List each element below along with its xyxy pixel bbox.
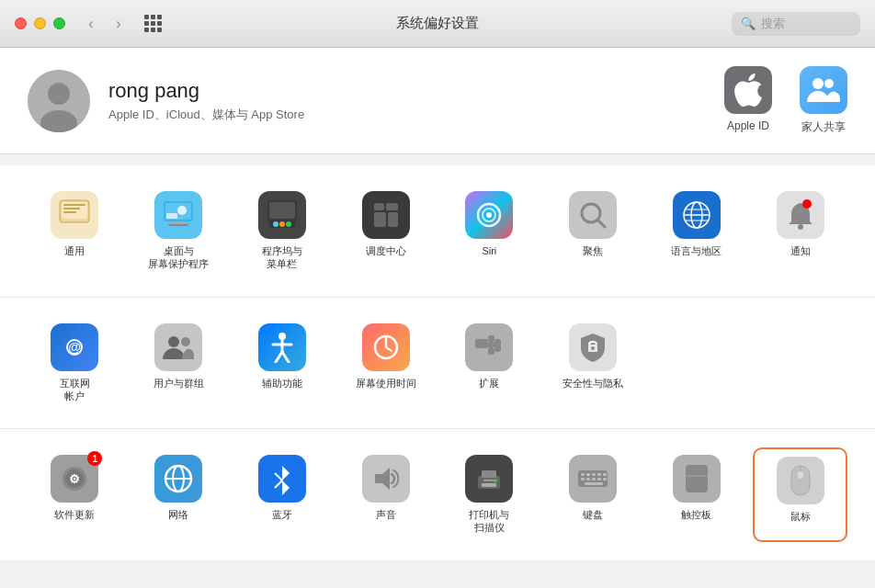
family-icon	[800, 66, 847, 114]
mission-control-label: 调度中心	[366, 244, 406, 257]
pref-internet[interactable]: @ 互联网帐户	[28, 316, 122, 411]
search-box[interactable]: 🔍 搜索	[732, 12, 860, 36]
desktop-icon	[154, 191, 202, 239]
screentime-icon	[362, 323, 410, 371]
pref-siri[interactable]: Siri	[442, 184, 537, 278]
software-update-wrapper: ⚙ 1	[51, 455, 98, 503]
svg-text:@: @	[69, 340, 82, 355]
sound-icon	[362, 455, 410, 503]
pref-network[interactable]: 网络	[131, 447, 226, 542]
home-grid-button[interactable]	[144, 15, 162, 32]
pref-screentime[interactable]: 屏幕使用时间	[338, 316, 433, 411]
svg-rect-26	[388, 212, 398, 227]
dock-label: 程序坞与菜单栏	[262, 244, 302, 271]
main-content: rong pang Apple ID、iCloud、媒体与 App Store …	[0, 48, 875, 588]
svg-point-20	[279, 221, 285, 227]
row1-section: 通用 桌面与屏幕保护程序	[0, 165, 875, 297]
svg-point-19	[273, 221, 278, 227]
pref-software-update[interactable]: ⚙ 1 软件更新	[28, 447, 122, 542]
pref-desktop[interactable]: 桌面与屏幕保护程序	[131, 184, 226, 278]
svg-rect-79	[603, 473, 607, 476]
extensions-icon	[465, 323, 513, 371]
window-title: 系统偏好设置	[396, 15, 479, 32]
pref-security[interactable]: 安全性与隐私	[546, 316, 641, 411]
forward-button[interactable]: ›	[108, 13, 130, 35]
search-placeholder: 搜索	[761, 16, 785, 32]
siri-label: Siri	[482, 244, 496, 257]
siri-icon	[465, 191, 513, 239]
svg-line-67	[275, 481, 282, 488]
pref-extensions[interactable]: 扩展	[442, 316, 537, 411]
family-sharing-button[interactable]: 家人共享	[800, 66, 847, 135]
row3-grid: ⚙ 1 软件更新 网络	[28, 447, 847, 542]
maximize-button[interactable]	[53, 17, 65, 29]
desktop-label: 桌面与屏幕保护程序	[148, 244, 209, 271]
svg-point-59	[591, 346, 595, 350]
user-description: Apple ID、iCloud、媒体与 App Store	[108, 107, 304, 123]
bluetooth-label: 蓝牙	[272, 508, 292, 521]
svg-rect-80	[581, 478, 585, 481]
svg-rect-56	[488, 348, 494, 355]
svg-rect-57	[494, 339, 501, 352]
svg-rect-83	[597, 478, 601, 481]
security-label: 安全性与隐私	[562, 377, 623, 390]
network-icon	[154, 455, 202, 503]
pref-accessibility[interactable]: 辅助功能	[235, 316, 330, 411]
trackpad-label: 触控板	[681, 508, 711, 521]
svg-rect-9	[63, 211, 76, 213]
pref-general[interactable]: 通用	[28, 184, 122, 278]
security-icon	[569, 323, 617, 371]
svg-rect-76	[586, 473, 590, 476]
accessibility-label: 辅助功能	[262, 377, 302, 390]
pref-keyboard[interactable]: 键盘	[546, 447, 641, 542]
pref-dock[interactable]: 程序坞与菜单栏	[235, 184, 330, 278]
pref-trackpad[interactable]: 触控板	[650, 447, 744, 542]
svg-line-52	[386, 347, 392, 351]
back-button[interactable]: ‹	[80, 13, 102, 35]
svg-rect-54	[488, 335, 494, 342]
apple-id-icon	[724, 66, 772, 114]
pref-focus[interactable]: 聚焦	[546, 184, 641, 278]
svg-rect-53	[475, 339, 488, 348]
user-info: rong pang Apple ID、iCloud、媒体与 App Store	[108, 79, 304, 123]
apple-id-label: Apple ID	[727, 119, 769, 132]
svg-rect-72	[483, 480, 494, 481]
notification-icon	[777, 191, 824, 239]
svg-rect-84	[603, 478, 607, 481]
pref-notifications[interactable]: 通知	[753, 184, 847, 278]
bluetooth-icon	[258, 455, 306, 503]
pref-bluetooth[interactable]: 蓝牙	[235, 447, 330, 542]
dock-icon	[258, 191, 306, 239]
row2-grid: @ 互联网帐户 用户与群组	[28, 316, 847, 411]
pref-users[interactable]: 用户与群组	[131, 316, 226, 411]
software-update-label: 软件更新	[54, 508, 95, 521]
svg-rect-12	[171, 221, 186, 224]
avatar[interactable]	[28, 70, 90, 132]
pref-mission-control[interactable]: 调度中心	[338, 184, 433, 278]
svg-rect-25	[374, 212, 386, 227]
svg-point-3	[812, 78, 824, 89]
svg-point-38	[798, 224, 803, 230]
keyboard-label: 键盘	[583, 508, 603, 521]
svg-point-1	[48, 83, 70, 105]
pref-mouse[interactable]: 鼠标	[753, 447, 847, 542]
svg-rect-81	[586, 478, 590, 481]
svg-line-49	[282, 352, 289, 362]
minimize-button[interactable]	[34, 17, 46, 29]
accessibility-icon	[258, 323, 306, 371]
svg-rect-55	[488, 342, 494, 348]
pref-sound[interactable]: 声音	[338, 447, 433, 542]
software-update-badge: 1	[87, 451, 102, 466]
row2-section: @ 互联网帐户 用户与群组	[0, 297, 875, 429]
extensions-label: 扩展	[479, 377, 499, 390]
svg-rect-71	[482, 483, 496, 487]
user-left: rong pang Apple ID、iCloud、媒体与 App Store	[28, 70, 304, 132]
pref-language[interactable]: 语言与地区	[650, 184, 744, 278]
close-button[interactable]	[15, 17, 27, 29]
row3-section: ⚙ 1 软件更新 网络	[0, 428, 875, 560]
svg-line-66	[275, 473, 282, 481]
pref-printers[interactable]: 打印机与扫描仪	[442, 447, 537, 542]
svg-rect-82	[592, 478, 596, 481]
svg-rect-23	[374, 203, 384, 210]
apple-id-button[interactable]: Apple ID	[724, 66, 772, 135]
